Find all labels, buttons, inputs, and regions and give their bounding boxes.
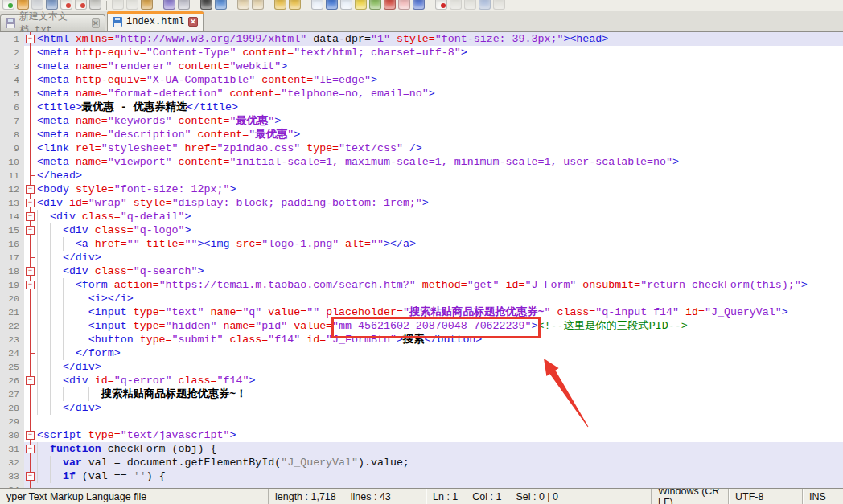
- fold-collapse-icon[interactable]: −: [26, 226, 35, 235]
- fold-collapse-icon[interactable]: −: [26, 472, 35, 481]
- fold-collapse-icon[interactable]: −: [26, 212, 35, 221]
- close-all-icon[interactable]: [75, 0, 87, 10]
- code-text: <meta name="description" content="最优惠">: [37, 128, 843, 141]
- tab-new-text-document[interactable]: 新建文本文档.txt ✕: [0, 14, 105, 31]
- status-bar: yper Text Markup Language file length : …: [0, 488, 843, 504]
- code-line-4[interactable]: 4<meta http-equiv="X-UA-Compatible" cont…: [0, 73, 843, 87]
- editor[interactable]: 1−<html xmlns="http://www.w3.org/1999/xh…: [0, 32, 843, 488]
- code-line-5[interactable]: 5<meta name="format-detection" content="…: [0, 87, 843, 100]
- annotation-highlight-box: [331, 317, 541, 338]
- code-line-8[interactable]: 8<meta name="description" content="最优惠">: [0, 128, 843, 141]
- code-line-30[interactable]: 30−<script type="text/javascript">: [0, 428, 843, 442]
- code-line-24[interactable]: 24</form>: [0, 346, 843, 360]
- line-number: 5: [0, 87, 24, 100]
- code-line-12[interactable]: 12−<body style="font-size: 12px;">: [0, 182, 843, 196]
- status-doc-type: yper Text Markup Language file: [0, 489, 268, 504]
- code-line-18[interactable]: 18−<div class="q-search">: [0, 264, 843, 278]
- stop-macro-icon[interactable]: [398, 0, 410, 10]
- replace-icon[interactable]: [215, 0, 227, 10]
- code-line-1[interactable]: 1−<html xmlns="http://www.w3.org/1999/xh…: [0, 32, 843, 46]
- fold-margin: −: [24, 278, 37, 292]
- code-text: <a href="" title=""><img src="logo-1.png…: [37, 237, 843, 251]
- line-number: 19: [0, 278, 24, 292]
- copy-icon[interactable]: [126, 0, 138, 10]
- code-line-10[interactable]: 10<meta name="viewport" content="initial…: [0, 155, 843, 169]
- code-line-11[interactable]: 11</head>: [0, 169, 843, 182]
- close-tab-icon[interactable]: ✕: [92, 18, 100, 28]
- sync-scroll-horizontal-icon[interactable]: [289, 0, 301, 10]
- code-line-25[interactable]: 25</div>: [0, 360, 843, 374]
- function-list-icon[interactable]: [355, 0, 367, 10]
- fold-collapse-icon[interactable]: −: [26, 35, 35, 43]
- record-macro-icon[interactable]: [435, 0, 447, 10]
- code-line-9[interactable]: 9<link rel="stylesheet" href="zpindao.cs…: [0, 141, 843, 155]
- save-all-icon[interactable]: [46, 0, 58, 10]
- close-file-icon[interactable]: [60, 0, 72, 10]
- code-line-15[interactable]: 15−<div class="q-logo">: [0, 223, 843, 237]
- tab-bar: 新建文本文档.txt ✕ index.html ✕: [0, 11, 843, 32]
- new-file-icon[interactable]: [2, 0, 14, 10]
- print-icon[interactable]: [89, 0, 101, 10]
- status-length-lines: length : 1,718 lines : 43: [268, 489, 426, 504]
- code-line-13[interactable]: 13−<div id="wrap" style="display: block;…: [0, 196, 843, 210]
- fold-collapse-icon[interactable]: −: [26, 267, 35, 276]
- paste-icon[interactable]: [141, 0, 153, 10]
- fold-collapse-icon[interactable]: −: [26, 376, 35, 385]
- code-line-2[interactable]: 2<meta http-equiv="Content-Type" content…: [0, 46, 843, 59]
- find-icon[interactable]: [200, 0, 212, 10]
- open-file-icon[interactable]: [17, 0, 29, 10]
- code-line-17[interactable]: 17</div>: [0, 251, 843, 264]
- code-line-29[interactable]: 29: [0, 415, 843, 428]
- code-line-28[interactable]: 28</div>: [0, 401, 843, 415]
- toolbar: [0, 0, 843, 11]
- code-text: </head>: [37, 169, 843, 182]
- document-map-icon[interactable]: [369, 0, 381, 10]
- close-tab-icon[interactable]: ✕: [188, 17, 198, 27]
- fold-margin: −: [24, 210, 37, 223]
- redo-icon[interactable]: [178, 0, 190, 10]
- line-number: 29: [0, 415, 24, 428]
- line-number: 18: [0, 264, 24, 278]
- run-macro-multiple-icon[interactable]: [479, 0, 491, 10]
- code-line-20[interactable]: 20<i></i>: [0, 292, 843, 305]
- code-line-16[interactable]: 16<a href="" title=""><img src="logo-1.p…: [0, 237, 843, 251]
- zoom-in-icon[interactable]: [237, 0, 249, 10]
- code-text: </div>: [37, 401, 843, 415]
- fold-collapse-icon[interactable]: −: [26, 199, 35, 207]
- fold-collapse-icon[interactable]: −: [26, 281, 35, 289]
- code-text: <html xmlns="http://www.w3.org/1999/xhtm…: [37, 32, 843, 46]
- line-number: 6: [0, 100, 24, 114]
- stop-playback-icon[interactable]: [450, 0, 462, 10]
- code-line-33[interactable]: 33−if (val == '') {: [0, 469, 843, 483]
- code-line-3[interactable]: 3<meta name="renderer" content="webkit">: [0, 59, 843, 73]
- fold-collapse-icon[interactable]: −: [26, 431, 35, 440]
- code-line-27[interactable]: 27搜索粘贴商品标题抢优惠券~！: [0, 387, 843, 401]
- code-line-31[interactable]: 31−function checkForm (obj) {: [0, 442, 843, 456]
- fold-collapse-icon[interactable]: −: [26, 185, 35, 194]
- code-line-26[interactable]: 26−<div id="q-error" class="f14">: [0, 374, 843, 387]
- edit-macro-icon[interactable]: [384, 0, 396, 10]
- run-macro-icon[interactable]: [413, 0, 425, 10]
- code-line-7[interactable]: 7<meta name="keywords" content="最优惠">: [0, 114, 843, 128]
- code-line-32[interactable]: 32var val = document.getElementById("J_Q…: [0, 456, 843, 469]
- tab-index-html[interactable]: index.html ✕: [107, 11, 204, 31]
- toolbar-separator: [430, 1, 430, 10]
- indent-guide-icon[interactable]: [340, 0, 352, 10]
- show-all-characters-icon[interactable]: [326, 0, 338, 10]
- save-recorded-macro-icon[interactable]: [493, 0, 505, 10]
- code-text: <meta name="viewport" content="initial-s…: [37, 155, 843, 169]
- playback-icon[interactable]: [464, 0, 476, 10]
- code-text: <meta http-equiv="X-UA-Compatible" conte…: [37, 73, 843, 87]
- zoom-out-icon[interactable]: [252, 0, 264, 10]
- cut-icon[interactable]: [112, 0, 124, 10]
- save-file-icon[interactable]: [31, 0, 43, 10]
- line-number: 4: [0, 73, 24, 87]
- undo-icon[interactable]: [163, 0, 175, 10]
- word-wrap-icon[interactable]: [311, 0, 323, 10]
- code-line-14[interactable]: 14−<div class="q-detail">: [0, 210, 843, 223]
- code-line-6[interactable]: 6<title>最优惠 - 优惠券精选</title>: [0, 100, 843, 114]
- fold-collapse-icon[interactable]: −: [26, 445, 35, 453]
- code-text: <meta name="renderer" content="webkit">: [37, 59, 843, 73]
- code-line-19[interactable]: 19−<form action="https://temai.m.taobao.…: [0, 278, 843, 292]
- sync-scroll-vertical-icon[interactable]: [274, 0, 286, 10]
